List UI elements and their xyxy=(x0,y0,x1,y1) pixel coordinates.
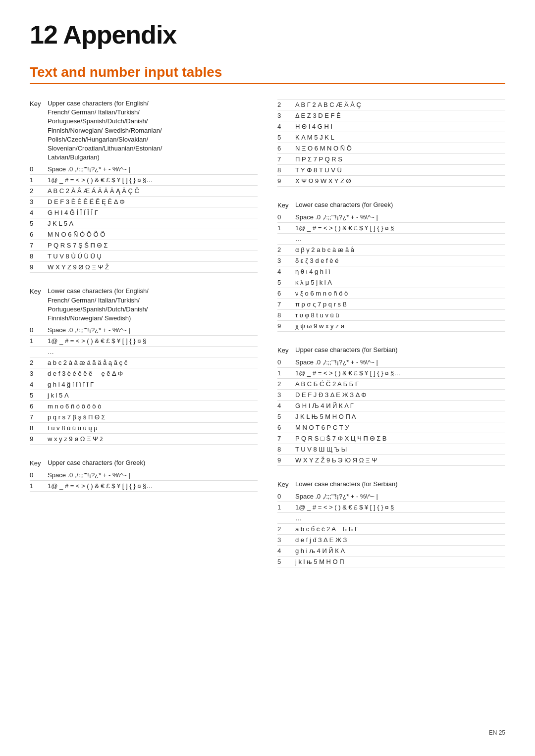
lower-greek-table: Key Lower case characters (for Greek) 0S… xyxy=(277,201,505,332)
row-key: 8 xyxy=(277,311,295,319)
table-row: 0Space .0 ,/:;;"'!¡?¿* + - %\^~ | xyxy=(277,491,505,502)
row-value: H Θ I 4 G H I xyxy=(295,123,332,130)
table-row: 3δ ε ζ 3 d e f è é xyxy=(277,255,505,266)
table-row: 11@ _ # = < > ( ) & € £ $ ¥ [ ] { } ¤ § xyxy=(30,336,258,347)
row-value: t u v 8 ù ú ü ū ų μ xyxy=(48,424,98,432)
header-key-label: Key xyxy=(277,480,295,489)
page-footer: EN 25 xyxy=(489,729,505,736)
row-key: 1 xyxy=(30,176,48,184)
row-value: K Λ M 5 J K L xyxy=(295,134,334,141)
table-row: 11@ _ # = < > ( ) & € £ $ ¥ [ ] { } ¤ §… xyxy=(30,481,258,492)
table-row: 4g h i љ 4 И Й К Λ xyxy=(277,546,505,556)
row-value: a b c б ć č 2 A Б Б Г xyxy=(295,525,358,533)
upper-serbian-desc: Upper case characters (for Serbian) xyxy=(295,346,398,354)
row-value: P Q R S □ Š 7 Φ Х Ц Ч Π Θ Σ Β xyxy=(295,435,386,442)
row-key xyxy=(277,514,295,522)
row-key: 3 xyxy=(277,112,295,119)
row-key: 2 xyxy=(30,359,48,366)
row-key: 1 xyxy=(277,369,295,377)
row-value: Space .0 ,/:;;"'!¡?¿* + - %\^~ | xyxy=(48,326,130,334)
row-key: 3 xyxy=(277,391,295,399)
row-key: 9 xyxy=(277,456,295,464)
row-value: j k l њ 5 М Н О П xyxy=(295,558,344,565)
table-row: 3D E F 3 È É Ê Ë Ě Ę Ē Δ Φ xyxy=(30,197,258,207)
row-value: … xyxy=(295,514,302,522)
table-row: 3d e f j đ 3 Δ Е Ж З xyxy=(277,535,505,546)
row-key: 8 xyxy=(30,424,48,432)
table-row: 5K Λ M 5 J K L xyxy=(277,132,505,143)
table-row: 9W X Y Z 9 Ø Ω Ξ Ψ Ž xyxy=(30,262,258,273)
row-value: χ ψ ω 9 w x y z ø xyxy=(295,322,344,330)
row-key: 5 xyxy=(30,220,48,227)
table-row: 9χ ψ ω 9 w x y z ø xyxy=(277,321,505,332)
row-key: 6 xyxy=(277,290,295,297)
row-key: 5 xyxy=(30,392,48,399)
table-row: 6N Ξ O 6 M N O Ñ Ö xyxy=(277,143,505,154)
row-key: 4 xyxy=(277,123,295,130)
row-value: W X Y Z 9 Ø Ω Ξ Ψ Ž xyxy=(48,263,109,271)
row-value: M N O Т 6 Р С Т У xyxy=(295,424,349,431)
table-row: 2A B C Б Ć Č 2 A Б Б Г xyxy=(277,379,505,390)
lower-english-table: Key Lower case characters (for English/F… xyxy=(30,287,258,445)
upper-greek-header: Key Upper case characters (for Greek) xyxy=(30,458,258,468)
row-key: 5 xyxy=(277,279,295,286)
row-value: π ρ σ ς 7 p q r s ß xyxy=(295,301,347,308)
row-value: κ λ μ 5 j k l Λ xyxy=(295,279,332,286)
row-key: 1 xyxy=(30,482,48,490)
table-row: 7π ρ σ ς 7 p q r s ß xyxy=(277,299,505,310)
header-key-label: Key xyxy=(30,458,48,468)
table-row: 5J K L Њ 5 М Н О Π Λ xyxy=(277,411,505,422)
row-key: 2 xyxy=(277,525,295,533)
row-value: g h i 4 ğ í î ï ī ī Γ xyxy=(48,381,94,388)
header-key-label: Key xyxy=(30,99,48,108)
row-key: 7 xyxy=(30,242,48,249)
row-key: 7 xyxy=(277,435,295,442)
row-value: Space .0 ,/:;;"'!¡?¿* + - %\^~ | xyxy=(295,213,378,221)
table-row: 11@ _ # = < > ( ) & € £ $ ¥ [ ] { } ¤ §… xyxy=(277,368,505,379)
table-row: 4G H I Љ 4 И Й К Λ Γ xyxy=(277,401,505,411)
table-row: 3d e f 3 è é ê ë ě ę ē Δ Φ xyxy=(30,368,258,379)
row-value: δ ε ζ 3 d e f è é xyxy=(295,257,338,264)
row-key: 6 xyxy=(277,424,295,431)
row-key: 6 xyxy=(30,403,48,410)
table-row: 8T Y Φ 8 T U V Ü xyxy=(277,165,505,176)
row-value: Π P Σ 7 P Q R S xyxy=(295,155,342,163)
row-key: 4 xyxy=(30,209,48,216)
table-row: 0Space .0 ,/:;;"'!¡?¿* + - %\^~ | xyxy=(30,325,258,336)
row-value: A B C 2 À Â Æ Á Ã Ä Ā Ą Ã Ç Č xyxy=(48,187,139,195)
row-value: N Ξ O 6 M N O Ñ Ö xyxy=(295,145,352,152)
upper-english-table: Key Upper case characters (for English/F… xyxy=(30,99,258,273)
row-key: 8 xyxy=(277,166,295,174)
table-row: 9w x y z 9 ø Ω Ξ Ψ ž xyxy=(30,434,258,445)
row-key: 3 xyxy=(30,370,48,377)
row-value: τ υ φ 8 t u v ù ü xyxy=(295,311,339,319)
upper-serbian-table: Key Upper case characters (for Serbian) … xyxy=(277,346,505,466)
row-value: d e f j đ 3 Δ Е Ж З xyxy=(295,536,347,544)
lower-english-header: Key Lower case characters (for English/F… xyxy=(30,287,258,323)
row-key: 3 xyxy=(277,536,295,544)
row-key: 5 xyxy=(277,558,295,565)
row-value: d e f 3 è é ê ë ě ę ē Δ Φ xyxy=(48,370,123,377)
row-value: α β γ 2 a b c à æ ä å xyxy=(295,246,354,253)
lower-serbian-desc: Lower case characters (for Serbian) xyxy=(295,480,398,489)
row-value: D E F 3 È É Ê Ë Ě Ę Ē Δ Φ xyxy=(48,198,125,205)
table-row: 6M N O 6 Ñ Ó Ô Õ Ö xyxy=(30,229,258,240)
table-row: 8T U V 8 Ù Ú Ü Ū Ų xyxy=(30,251,258,262)
table-row: … xyxy=(277,234,505,245)
upper-greek-cont: 2A B Γ 2 A B C Æ Ä Å Ç 3Δ E Z 3 D E F É … xyxy=(277,99,505,187)
row-key xyxy=(30,348,48,355)
row-key: 1 xyxy=(277,224,295,232)
row-key: 4 xyxy=(277,268,295,275)
row-value: Space .0 ,/:;;"'!¡?¿* + - %\^~ | xyxy=(48,165,130,173)
row-key: 0 xyxy=(277,213,295,221)
row-value: η θ ι 4 g h i ì xyxy=(295,268,330,275)
table-row: 6M N O Т 6 Р С Т У xyxy=(277,422,505,433)
row-key: 4 xyxy=(277,547,295,554)
row-value: m n o 6 ñ ó ô õ ö ò xyxy=(48,403,101,410)
row-value: 1@ _ # = < > ( ) & € £ $ ¥ [ ] { } ¤ § xyxy=(295,504,394,511)
table-row: 4G H I 4 Ğ Í Î Ï Ī Ī Γ xyxy=(30,207,258,218)
upper-serbian-header: Key Upper case characters (for Serbian) xyxy=(277,346,505,355)
lower-greek-desc: Lower case characters (for Greek) xyxy=(295,201,393,209)
left-column: Key Upper case characters (for English/F… xyxy=(30,99,258,581)
row-key: 5 xyxy=(277,413,295,420)
